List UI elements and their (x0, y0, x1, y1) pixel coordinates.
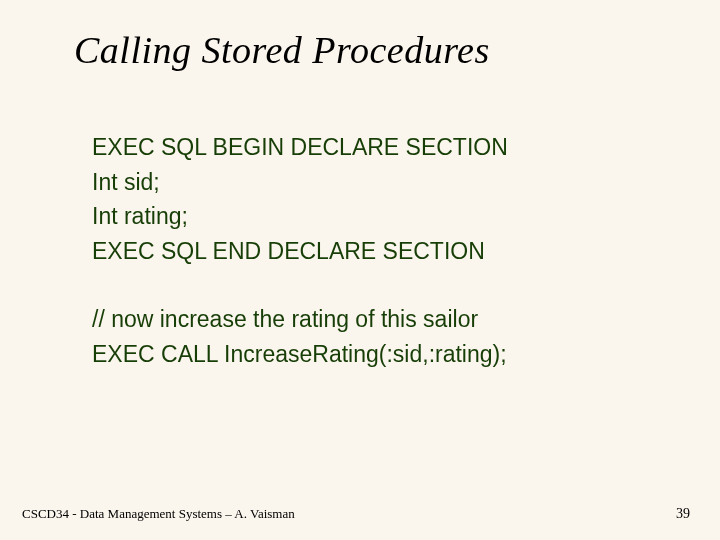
code-line: Int sid; (92, 165, 508, 200)
page-number: 39 (676, 506, 690, 522)
spacer (92, 268, 508, 302)
code-line: // now increase the rating of this sailo… (92, 302, 508, 337)
code-line: Int rating; (92, 199, 508, 234)
footer-course: CSCD34 - Data Management Systems – A. Va… (22, 506, 295, 522)
code-line: EXEC SQL BEGIN DECLARE SECTION (92, 130, 508, 165)
slide: Calling Stored Procedures EXEC SQL BEGIN… (0, 0, 720, 540)
code-line: EXEC CALL IncreaseRating(:sid,:rating); (92, 337, 508, 372)
code-line: EXEC SQL END DECLARE SECTION (92, 234, 508, 269)
slide-title: Calling Stored Procedures (74, 28, 490, 72)
code-block: EXEC SQL BEGIN DECLARE SECTION Int sid; … (92, 130, 508, 371)
